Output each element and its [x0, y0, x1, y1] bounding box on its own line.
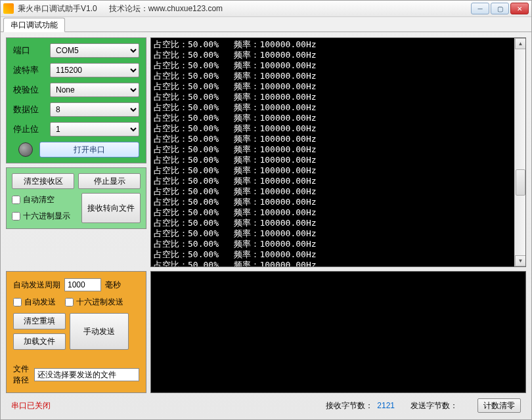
window-title: 秉火串口调试助手V1.0 — [18, 3, 97, 14]
tab-bar: 串口调试功能 — [1, 17, 531, 32]
reset-counter-button[interactable]: 计数清零 — [477, 398, 521, 413]
auto-send-checkbox[interactable]: 自动发送 — [13, 297, 56, 308]
port-select[interactable]: COM5 — [50, 43, 139, 58]
receive-options-panel: 清空接收区 停止显示 自动清空 十六进制显示 接收转向文件 — [6, 167, 146, 229]
scroll-up-icon[interactable]: ▲ — [515, 38, 526, 49]
filepath-input[interactable] — [34, 368, 139, 381]
filepath-label: 文件路径 — [13, 364, 30, 386]
hex-display-checkbox[interactable]: 十六进制显示 — [12, 211, 78, 222]
receive-to-file-button[interactable]: 接收转向文件 — [81, 193, 141, 223]
console-output: 占空比：50.00% 频率：100000.00Hz 占空比：50.00% 频率：… — [151, 38, 525, 267]
receive-console[interactable]: 占空比：50.00% 频率：100000.00Hz 占空比：50.00% 频率：… — [150, 37, 526, 267]
close-button[interactable]: ✕ — [510, 3, 529, 14]
auto-clear-checkbox[interactable]: 自动清空 — [12, 194, 78, 205]
console-scrollbar[interactable]: ▲ ▼ — [514, 38, 525, 266]
status-bar: 串口已关闭 接收字节数：2121 发送字节数： 计数清零 — [6, 397, 526, 414]
stop-display-button[interactable]: 停止显示 — [78, 173, 141, 189]
clear-send-button[interactable]: 清空重填 — [13, 313, 66, 329]
manual-send-button[interactable]: 手动发送 — [70, 313, 129, 350]
content-area: 端口COM5 波特率115200 校验位None 数据位8 停止位1 打开串口 … — [1, 32, 531, 419]
forum-text: 技术论坛：www.chuxue123.com — [109, 3, 223, 14]
period-unit-label: 毫秒 — [105, 280, 121, 291]
stopbits-label: 停止位 — [13, 123, 50, 135]
serial-config-panel: 端口COM5 波特率115200 校验位None 数据位8 停止位1 打开串口 — [6, 37, 146, 163]
scroll-down-icon[interactable]: ▼ — [515, 255, 526, 266]
port-label: 端口 — [13, 45, 50, 56]
clear-receive-button[interactable]: 清空接收区 — [12, 173, 74, 189]
recv-count-label: 接收字节数：2121 — [326, 400, 395, 411]
app-window: 秉火串口调试助手V1.0 技术论坛：www.chuxue123.com ─ ▢ … — [0, 0, 532, 420]
load-file-button[interactable]: 加载文件 — [13, 333, 66, 350]
scroll-thumb[interactable] — [516, 169, 525, 196]
databits-label: 数据位 — [13, 104, 50, 116]
hex-send-checkbox[interactable]: 十六进制发送 — [65, 297, 123, 308]
app-icon — [3, 3, 14, 14]
baud-label: 波特率 — [13, 64, 50, 76]
baud-select[interactable]: 115200 — [50, 63, 139, 77]
maximize-button[interactable]: ▢ — [491, 3, 509, 14]
parity-select[interactable]: None — [50, 83, 139, 97]
auto-send-period-label: 自动发送周期 — [13, 280, 60, 291]
auto-send-period-input[interactable] — [64, 278, 101, 291]
tab-serial-debug[interactable]: 串口调试功能 — [3, 18, 65, 32]
stopbits-select[interactable]: 1 — [50, 122, 139, 136]
port-state-label: 串口已关闭 — [11, 400, 51, 411]
minimize-button[interactable]: ─ — [471, 3, 489, 14]
parity-label: 校验位 — [13, 84, 50, 96]
titlebar: 秉火串口调试助手V1.0 技术论坛：www.chuxue123.com ─ ▢ … — [1, 1, 531, 17]
databits-select[interactable]: 8 — [50, 102, 139, 117]
send-options-panel: 自动发送周期 毫秒 自动发送 十六进制发送 清空重填 加载文件 手动发送 文件 — [6, 271, 146, 393]
open-port-button[interactable]: 打开串口 — [39, 142, 139, 158]
status-led-icon — [18, 142, 33, 157]
send-count-label: 发送字节数： — [410, 400, 462, 411]
send-console[interactable] — [150, 271, 526, 393]
